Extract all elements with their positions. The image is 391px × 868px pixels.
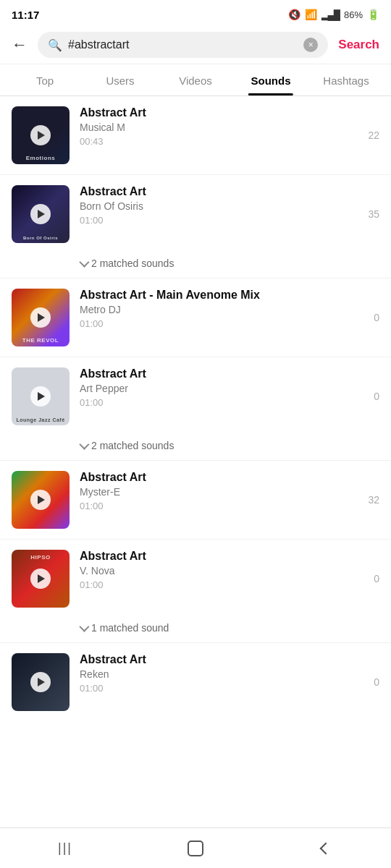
sound-title-1: Abstract Art: [80, 106, 358, 119]
sound-item-4[interactable]: Lounge Jazz Café Abstract Art Art Pepper…: [0, 357, 391, 435]
sound-count-6: 0: [374, 573, 379, 584]
thumb-label-1: Emotions: [14, 155, 67, 161]
sound-artist-2: Born Of Osiris: [80, 200, 358, 212]
sound-duration-6: 01:00: [80, 579, 363, 590]
thumb-label-3: THE REVOL: [14, 337, 67, 344]
sound-duration-1: 00:43: [80, 136, 358, 147]
thumb-label-6: HIPSO: [14, 554, 67, 561]
sound-thumb-1: Emotions: [12, 106, 70, 164]
tabs-bar: Top Users Videos Sounds Hashtags: [0, 64, 391, 96]
battery-icon: 🔋: [367, 9, 379, 20]
search-input-wrap[interactable]: 🔍 #abstractart ×: [38, 32, 328, 58]
signal-icon: ▂▄█: [321, 9, 340, 20]
sound-count-1: 22: [368, 129, 379, 141]
sound-title-5: Abstract Art: [80, 471, 358, 484]
battery-label: 86%: [344, 9, 363, 20]
sound-item-6[interactable]: HIPSO Abstract Art V. Nova 01:00 0: [0, 540, 391, 618]
play-icon-1[interactable]: [30, 125, 51, 145]
search-query: #abstractart: [68, 38, 298, 51]
mute-icon: 🔇: [288, 9, 300, 20]
nav-menu-button[interactable]: [43, 834, 87, 863]
tab-sounds[interactable]: Sounds: [233, 64, 308, 95]
sound-title-4: Abstract Art: [80, 367, 363, 380]
back-chevron-icon: [320, 842, 332, 854]
play-icon-3[interactable]: [30, 307, 51, 328]
tab-top[interactable]: Top: [7, 64, 83, 95]
chevron-down-icon-3: [79, 622, 89, 632]
home-square-icon: [188, 841, 203, 856]
sound-title-7: Abstract Art: [80, 653, 363, 666]
sound-count-3: 0: [374, 312, 379, 323]
sound-title-6: Abstract Art: [80, 550, 363, 563]
sound-info-3: Abstract Art - Main Avenome Mix Metro DJ…: [80, 289, 363, 329]
sound-item-5[interactable]: Abstract Art Myster-E 01:00 32: [0, 461, 391, 540]
play-icon-5[interactable]: [30, 490, 51, 510]
sound-thumb-4: Lounge Jazz Café: [12, 367, 70, 425]
matched-sounds-label-2: 2 matched sounds: [91, 440, 174, 451]
play-icon-4[interactable]: [30, 386, 51, 407]
sound-duration-2: 01:00: [80, 215, 358, 226]
sound-title-3: Abstract Art - Main Avenome Mix: [80, 289, 363, 302]
sound-count-7: 0: [374, 676, 379, 688]
sound-duration-5: 01:00: [80, 501, 358, 511]
nav-bar: [0, 827, 391, 868]
matched-sounds-1[interactable]: 2 matched sounds: [0, 253, 391, 278]
sound-info-6: Abstract Art V. Nova 01:00: [80, 550, 363, 590]
sound-thumb-3: THE REVOL: [12, 289, 70, 346]
play-icon-2[interactable]: [30, 204, 51, 224]
search-button[interactable]: Search: [335, 35, 382, 55]
tab-videos[interactable]: Videos: [158, 64, 233, 95]
matched-sounds-label-1: 2 matched sounds: [91, 258, 174, 269]
sound-artist-1: Musical M: [80, 122, 358, 133]
sound-title-2: Abstract Art: [80, 185, 358, 198]
play-icon-6[interactable]: [30, 569, 51, 589]
sound-info-2: Abstract Art Born Of Osiris 01:00: [80, 185, 358, 226]
tab-hashtags[interactable]: Hashtags: [308, 64, 384, 95]
sound-item-1[interactable]: Emotions Abstract Art Musical M 00:43 22: [0, 96, 391, 175]
sound-duration-7: 01:00: [80, 683, 363, 694]
sound-artist-6: V. Nova: [80, 565, 363, 576]
matched-sounds-2[interactable]: 2 matched sounds: [0, 435, 391, 461]
nav-home-button[interactable]: [174, 834, 217, 863]
sound-thumb-6: HIPSO: [12, 550, 70, 608]
clear-button[interactable]: ×: [303, 38, 318, 52]
sound-count-5: 32: [368, 494, 379, 506]
search-bar: ← 🔍 #abstractart × Search: [0, 26, 391, 64]
sound-artist-3: Metro DJ: [80, 304, 363, 315]
back-button[interactable]: ←: [9, 33, 30, 57]
sound-duration-3: 01:00: [80, 318, 363, 329]
thumb-label-4: Lounge Jazz Café: [14, 417, 67, 422]
sound-count-4: 0: [374, 391, 379, 402]
sound-info-5: Abstract Art Myster-E 01:00: [80, 471, 358, 511]
thumb-label-2: Born Of Osiris: [14, 236, 67, 240]
sound-info-7: Abstract Art Reken 01:00: [80, 653, 363, 694]
tab-users[interactable]: Users: [83, 64, 158, 95]
chevron-down-icon-2: [79, 440, 89, 450]
menu-lines-icon: [58, 841, 72, 856]
sound-item-2[interactable]: Born Of Osiris Abstract Art Born Of Osir…: [0, 175, 391, 253]
sound-artist-4: Art Pepper: [80, 383, 363, 394]
matched-sounds-3[interactable]: 1 matched sound: [0, 618, 391, 643]
sound-count-2: 35: [368, 208, 379, 220]
wifi-icon: 📶: [305, 9, 317, 20]
chevron-down-icon-1: [79, 258, 89, 268]
sound-artist-5: Myster-E: [80, 486, 358, 498]
status-time: 11:17: [12, 9, 39, 21]
sound-info-4: Abstract Art Art Pepper 01:00: [80, 367, 363, 408]
sound-item-7[interactable]: Abstract Art Reken 01:00 0: [0, 643, 391, 721]
sound-duration-4: 01:00: [80, 397, 363, 408]
sound-thumb-2: Born Of Osiris: [12, 185, 70, 243]
sound-info-1: Abstract Art Musical M 00:43: [80, 106, 358, 147]
play-icon-7[interactable]: [30, 672, 51, 692]
search-icon: 🔍: [48, 38, 62, 52]
sound-item-3[interactable]: THE REVOL Abstract Art - Main Avenome Mi…: [0, 278, 391, 357]
sound-artist-7: Reken: [80, 668, 363, 680]
status-icons: 🔇 📶 ▂▄█ 86% 🔋: [288, 9, 379, 20]
sounds-list: Emotions Abstract Art Musical M 00:43 22…: [0, 96, 391, 765]
matched-sounds-label-3: 1 matched sound: [91, 622, 169, 634]
nav-back-button[interactable]: [304, 834, 348, 863]
status-bar: 11:17 🔇 📶 ▂▄█ 86% 🔋: [0, 0, 391, 26]
sound-thumb-7: [12, 653, 70, 711]
sound-thumb-5: [12, 471, 70, 529]
